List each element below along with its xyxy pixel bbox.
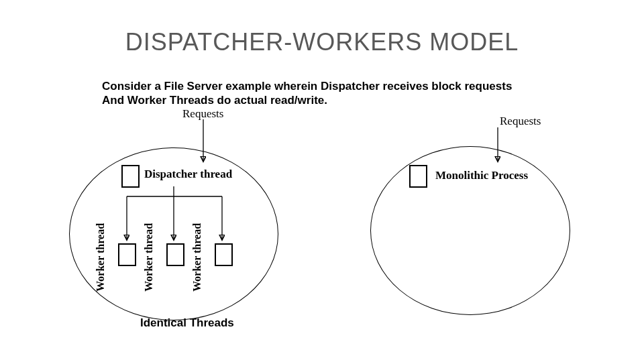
desc-line-2: And Worker Threads do actual read/write. (102, 94, 327, 107)
identical-threads-caption: Identical Threads (140, 316, 234, 330)
requests-label-left: Requests (182, 107, 223, 121)
desc-line-1: Consider a File Server example wherein D… (102, 80, 512, 93)
slide-title: DISPATCHER-WORKERS MODEL (0, 28, 644, 56)
dispatcher-thread-box (121, 165, 140, 188)
worker-thread-box-3 (215, 243, 233, 266)
worker-thread-box-1 (118, 243, 136, 266)
requests-label-right: Requests (500, 115, 541, 128)
slide: DISPATCHER-WORKERS MODEL Consider a File… (0, 0, 644, 362)
worker-thread-box-2 (166, 243, 184, 266)
worker-thread-label-3: Worker thread (192, 218, 203, 292)
monolithic-process-box (409, 165, 427, 188)
worker-thread-label-2: Worker thread (144, 218, 154, 292)
monolithic-process-label: Monolithic Process (435, 169, 528, 182)
slide-description: Consider a File Server example wherein D… (102, 79, 572, 108)
worker-thread-label-1: Worker thread (95, 218, 106, 292)
dispatcher-thread-label: Dispatcher thread (144, 168, 232, 181)
